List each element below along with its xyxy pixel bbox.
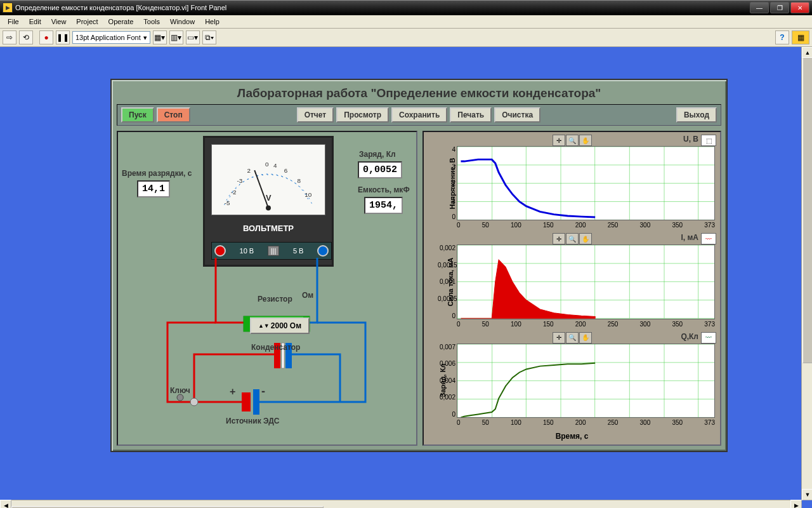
switch-label: Ключ (170, 386, 190, 395)
chart-i-plotopt[interactable]: 〰 (701, 233, 716, 244)
pause-button[interactable]: ❚❚ (56, 30, 70, 44)
maximize-button[interactable]: ❐ (770, 2, 789, 13)
preview-button[interactable]: Просмотр (336, 107, 389, 123)
svg-text:8: 8 (297, 177, 301, 184)
diagram-icon[interactable]: ▦ (792, 30, 809, 44)
button-row: Пуск Стоп Отчет Просмотр Сохранить Печат… (117, 104, 721, 126)
run-cont-button[interactable]: ⟲ (19, 30, 33, 44)
chart-tool-zoom[interactable]: 🔍 (566, 135, 579, 146)
chart-voltage: ✛ 🔍 ✋ U, В ⬚ Напряжение, В 01234 (426, 135, 717, 232)
chart-charge: ✛ 🔍 ✋ Q,Кл 〰 Заряд, Кл 00,0020,0040,0060… (426, 332, 717, 429)
save-button[interactable]: Сохранить (391, 107, 447, 123)
panel-title: Лабораторная работа "Определение емкости… (112, 80, 726, 104)
help-button[interactable]: ? (775, 30, 789, 44)
charge-value: 0,0052 (358, 161, 402, 178)
voltmeter-label: ВОЛЬТМЕТР (205, 224, 332, 233)
chart-i-legend: I, мА (681, 233, 698, 242)
abort-button[interactable]: ● (39, 30, 53, 44)
svg-rect-13 (244, 316, 250, 331)
cap-value: 1954, (364, 197, 403, 214)
svg-text:4: 4 (273, 162, 277, 169)
resistor-unit: Ом (302, 291, 313, 300)
charts-panel: ✛ 🔍 ✋ U, В ⬚ Напряжение, В 01234 (422, 131, 721, 446)
chart-q-legend: Q,Кл (681, 332, 698, 341)
svg-line-10 (254, 170, 268, 208)
chart-q-yticks: 00,0020,0040,0060,007 (438, 344, 455, 418)
terminal-red-icon (214, 245, 226, 257)
chart-tool-pan[interactable]: ✋ (579, 233, 592, 244)
minus-label: - (261, 385, 265, 398)
menu-operate[interactable]: Operate (103, 17, 139, 27)
menubar: File Edit View Project Operate Tools Win… (0, 15, 812, 29)
svg-point-11 (266, 206, 271, 211)
main-panel: Лабораторная работа "Определение емкости… (110, 79, 728, 452)
menu-help[interactable]: Help (200, 17, 225, 27)
svg-text:-2: -2 (231, 189, 237, 196)
svg-text:10: 10 (304, 191, 311, 198)
svg-text:2: 2 (247, 167, 251, 174)
chart-tool-crosshair[interactable]: ✛ (553, 233, 565, 244)
menu-window[interactable]: Window (165, 17, 200, 27)
chart-tool-pan[interactable]: ✋ (579, 332, 592, 344)
chart-i-plot[interactable] (457, 244, 715, 319)
exit-button[interactable]: Выход (676, 107, 717, 123)
chart-i-yticks: 00,00050,0010,00150,002 (438, 244, 455, 319)
chart-u-plotopt[interactable]: ⬚ (701, 135, 716, 146)
voltmeter-range-switch[interactable]: ||| (268, 246, 280, 256)
chart-tool-zoom[interactable]: 🔍 (566, 233, 579, 244)
svg-point-21 (177, 394, 183, 401)
voltmeter-terminals: 10 В ||| 5 В (211, 242, 332, 260)
labview-icon: ▶ (3, 3, 13, 13)
source-label: Источник ЭДС (226, 417, 279, 425)
menu-project[interactable]: Project (71, 17, 103, 27)
switch-toggle[interactable] (187, 398, 197, 405)
menu-tools[interactable]: Tools (138, 17, 165, 27)
voltmeter-dial: -5 -3 -2 2 0 4 6 8 10 V (211, 144, 325, 215)
distribute-button[interactable]: ▥▾ (169, 30, 183, 44)
menu-edit[interactable]: Edit (24, 17, 46, 27)
run-button[interactable]: ⇨ (3, 30, 16, 44)
chart-q-plotopt[interactable]: 〰 (701, 332, 716, 344)
chart-current: ✛ 🔍 ✋ I, мА 〰 Сила тока, мА 00,00050,001… (426, 233, 717, 330)
terminal-blue-icon (317, 245, 329, 257)
clear-button[interactable]: Очистка (494, 107, 540, 123)
chart-q-plot[interactable] (457, 344, 715, 418)
voltmeter: -5 -3 -2 2 0 4 6 8 10 V (203, 136, 334, 267)
scrollbar-vertical[interactable]: ▲ ▼ (801, 47, 812, 500)
window-title: Определение емкости конденсатора [Конден… (15, 4, 226, 11)
svg-text:0: 0 (265, 161, 269, 168)
start-button[interactable]: Пуск (121, 107, 154, 123)
chart-tool-zoom[interactable]: 🔍 (566, 332, 579, 344)
close-button[interactable]: ✕ (790, 2, 809, 13)
svg-text:-5: -5 (225, 199, 230, 206)
report-button[interactable]: Отчет (297, 107, 334, 123)
align-button[interactable]: ▦▾ (153, 30, 167, 44)
scroll-thumb-v[interactable] (802, 57, 812, 363)
print-button[interactable]: Печать (450, 107, 492, 123)
minimize-button[interactable]: — (750, 2, 769, 13)
stop-button[interactable]: Стоп (157, 107, 190, 123)
font-selector[interactable]: 13pt Application Font▾ (72, 31, 150, 44)
chart-tool-pan[interactable]: ✋ (579, 135, 592, 146)
scroll-left-icon[interactable]: ◀ (0, 500, 11, 508)
resistor-value[interactable]: ▲▼2000 Ом (250, 318, 310, 334)
menu-view[interactable]: View (46, 17, 72, 27)
resize-button[interactable]: ▭▾ (186, 30, 200, 44)
scrollbar-horizontal[interactable]: ◀ ▶ (0, 500, 802, 508)
resistor-label: Резистор (258, 295, 292, 304)
menu-file[interactable]: File (3, 17, 24, 27)
charge-label: Заряд, Кл (359, 150, 396, 159)
svg-text:-3: -3 (237, 177, 243, 184)
svg-text:6: 6 (284, 167, 288, 174)
plus-label: + (230, 386, 235, 398)
chart-u-plot[interactable] (457, 146, 715, 220)
front-panel-canvas: Лабораторная работа "Определение емкости… (0, 47, 812, 508)
toolbar: ⇨ ⟲ ● ❚❚ 13pt Application Font▾ ▦▾ ▥▾ ▭▾… (0, 29, 812, 47)
scroll-right-icon[interactable]: ▶ (790, 500, 802, 508)
chart-tool-crosshair[interactable]: ✛ (553, 332, 565, 344)
reorder-button[interactable]: ⧉▾ (202, 30, 216, 44)
scroll-down-icon[interactable]: ▼ (802, 489, 812, 500)
chart-tool-crosshair[interactable]: ✛ (553, 135, 565, 146)
time-value: 14,1 (137, 180, 170, 197)
cap-label: Емкость, мкФ (358, 185, 410, 194)
